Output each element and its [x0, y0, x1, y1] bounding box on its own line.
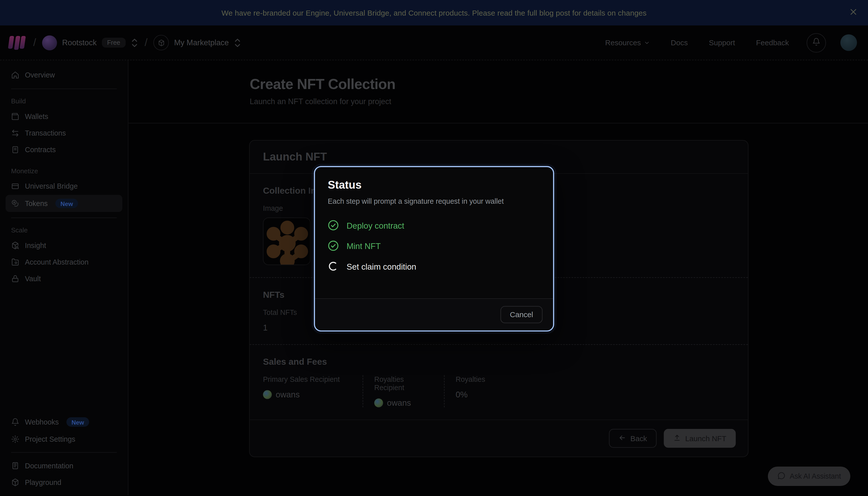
project-avatar — [42, 35, 57, 50]
primary-sales-value: owans — [276, 390, 300, 399]
cube-icon — [154, 35, 169, 50]
sidebar-item-vault[interactable]: Vault — [5, 270, 122, 287]
launch-nft-button[interactable]: Launch NFT — [664, 429, 736, 448]
modal-subtitle: Each step will prompt a signature reques… — [328, 197, 540, 205]
close-icon — [849, 8, 857, 18]
sidebar-item-label: Playground — [25, 478, 61, 486]
sidebar-item-contracts[interactable]: Contracts — [5, 142, 122, 158]
nav-resources[interactable]: Resources — [602, 38, 653, 47]
sidebar-item-label: Wallets — [25, 112, 48, 121]
wallet-avatar — [374, 398, 383, 407]
chevrons-up-down-icon — [131, 37, 139, 48]
primary-sales-stat: Primary Sales Recipient owans — [263, 375, 362, 407]
nav-feedback[interactable]: Feedback — [753, 38, 792, 47]
sidebar-item-label: Vault — [25, 275, 41, 283]
step-label: Set claim condition — [346, 262, 416, 271]
wallet-icon — [11, 112, 19, 121]
gear-icon — [11, 435, 19, 444]
thirdweb-logo-icon[interactable] — [9, 36, 25, 49]
entity-name[interactable]: My Marketplace — [174, 38, 229, 47]
file-text-icon — [11, 145, 19, 154]
user-avatar[interactable] — [840, 34, 857, 51]
royalties-recipient-stat: Royalties Recipient owans — [362, 375, 444, 407]
sidebar-group-monetize: Monetize — [5, 164, 122, 178]
total-nfts-value: 1 — [263, 323, 306, 332]
new-badge: New — [55, 199, 78, 208]
sidebar-bottom: Webhooks New Project Settings Documentat… — [5, 414, 122, 491]
home-icon — [11, 71, 19, 79]
sidebar-item-overview[interactable]: Overview — [5, 67, 122, 83]
modal-footer: Cancel — [315, 298, 553, 330]
sidebar-item-account-abstraction[interactable]: Account Abstraction — [5, 254, 122, 270]
check-circle-icon — [328, 220, 339, 231]
check-circle-icon — [328, 240, 339, 251]
card-title: Launch NFT — [263, 151, 327, 163]
collection-image — [263, 218, 310, 265]
entity-switcher[interactable] — [234, 37, 242, 48]
page-subtitle: Launch an NFT collection for your projec… — [250, 97, 846, 106]
sidebar-item-label: Tokens — [25, 199, 48, 207]
royalties-label: Royalties — [456, 375, 485, 384]
step-deploy-contract: Deploy contract — [328, 220, 540, 231]
announcement-banner: We have re-branded our Engine, Universal… — [0, 0, 868, 26]
nav-support[interactable]: Support — [706, 38, 738, 47]
sidebar-divider — [11, 89, 117, 89]
book-icon — [11, 462, 19, 470]
nav-docs[interactable]: Docs — [667, 38, 691, 47]
chevrons-up-down-icon — [234, 37, 242, 48]
app-root: We have re-branded our Engine, Universal… — [0, 0, 868, 496]
sidebar-item-transactions[interactable]: Transactions — [5, 125, 122, 141]
sidebar-item-label: Transactions — [25, 129, 66, 137]
page-title: Create NFT Collection — [250, 76, 846, 93]
chat-bubble-icon — [777, 471, 785, 481]
sidebar-item-webhooks[interactable]: Webhooks New — [5, 414, 122, 431]
card-footer: Back Launch NFT — [250, 420, 748, 456]
sales-fees-heading: Sales and Fees — [263, 357, 735, 367]
bell-icon — [11, 418, 19, 426]
project-switcher[interactable] — [131, 37, 139, 48]
page-header: Create NFT Collection Launch an NFT coll… — [128, 60, 868, 124]
breadcrumb: / Rootstock Free / My Marketplace — [9, 35, 242, 50]
sidebar-item-playground[interactable]: Playground — [5, 475, 122, 491]
total-nfts-stat: Total NFTs 1 — [263, 308, 319, 332]
status-modal: Status Each step will prompt a signature… — [314, 166, 554, 331]
sidebar-group-build: Build — [5, 94, 122, 108]
step-set-claim-condition: Set claim condition — [328, 261, 540, 272]
credit-card-icon — [11, 182, 19, 190]
arrow-left-icon — [618, 434, 626, 443]
box-search-icon — [11, 241, 19, 249]
step-label: Deploy contract — [346, 221, 404, 230]
sidebar-item-wallets[interactable]: Wallets — [5, 108, 122, 124]
sales-fees-section: Sales and Fees Primary Sales Recipient o… — [250, 345, 748, 420]
announcement-text: We have re-branded our Engine, Universal… — [221, 9, 647, 17]
primary-sales-label: Primary Sales Recipient — [263, 375, 349, 384]
sidebar-item-project-settings[interactable]: Project Settings — [5, 431, 122, 447]
ask-ai-assistant-button[interactable]: Ask AI Assistant — [768, 467, 850, 486]
total-nfts-label: Total NFTs — [263, 308, 306, 317]
sidebar-item-documentation[interactable]: Documentation — [5, 458, 122, 474]
breadcrumb-divider: / — [145, 36, 148, 48]
top-navbar: / Rootstock Free / My Marketplace Resour… — [0, 26, 868, 60]
cube-icon — [11, 478, 19, 486]
breadcrumb-divider: / — [33, 36, 36, 48]
sidebar-item-label: Documentation — [25, 462, 73, 470]
cancel-button[interactable]: Cancel — [500, 306, 542, 323]
sidebar-item-label: Universal Bridge — [25, 182, 78, 190]
new-badge: New — [66, 417, 89, 427]
back-button[interactable]: Back — [609, 429, 656, 448]
project-name[interactable]: Rootstock — [62, 38, 97, 47]
sidebar-item-universal-bridge[interactable]: Universal Bridge — [5, 178, 122, 195]
sidebar-item-tokens[interactable]: Tokens New — [5, 195, 122, 212]
sidebar-item-label: Contracts — [25, 145, 56, 154]
sidebar-item-label: Project Settings — [25, 435, 75, 444]
sidebar-item-insight[interactable]: Insight — [5, 237, 122, 253]
royalties-recipient-value: owans — [387, 398, 411, 407]
folder-icon — [11, 258, 19, 266]
notifications-button[interactable] — [807, 33, 826, 52]
lock-icon — [11, 275, 19, 283]
sidebar-divider — [11, 218, 117, 218]
banner-close-button[interactable] — [846, 5, 860, 20]
arrows-left-right-icon — [11, 129, 19, 137]
chevron-down-icon — [644, 40, 650, 46]
navbar-actions: Resources Docs Support Feedback — [602, 33, 857, 52]
